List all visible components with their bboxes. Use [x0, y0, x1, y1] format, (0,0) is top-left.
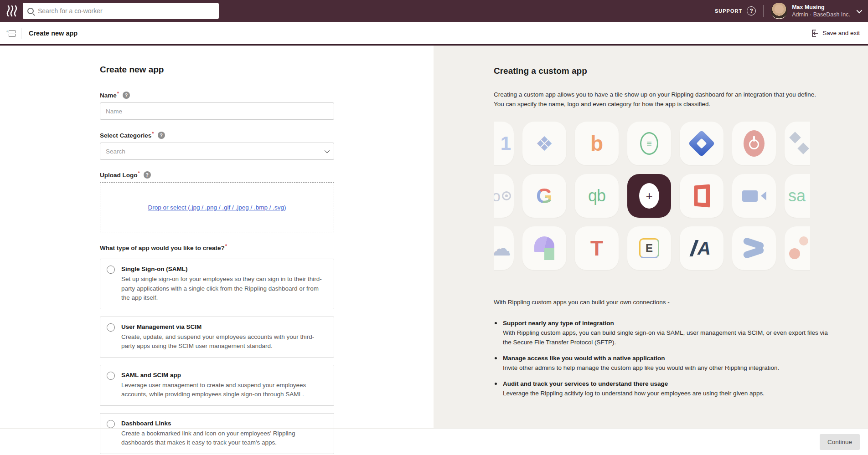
bullet-title: Manage access like you would with a nati… — [503, 353, 779, 363]
help-icon[interactable]: ? — [747, 6, 756, 15]
chevron-down-icon[interactable] — [857, 7, 863, 13]
support-link[interactable]: SUPPORT — [715, 8, 742, 14]
radio-button[interactable] — [107, 420, 115, 428]
ro-letters-app-tile: ro — [494, 174, 514, 218]
chevron-down-icon — [325, 148, 330, 153]
app-tiles-grid: 1 ❖ b ≡ ro G qb + sa ☁ T E — [494, 122, 810, 279]
e-frame-app-tile: E — [627, 226, 671, 270]
user-info[interactable]: Max Musing Admin · BaseDash Inc. — [792, 4, 850, 18]
page-toolbar: + Create new app Save and exit — [0, 22, 868, 46]
option-dashboard-links[interactable]: Dashboard Links Create a bookmarked link… — [100, 413, 334, 454]
bullet-icon — [495, 322, 497, 324]
confluence-app-tile — [732, 226, 776, 270]
toolbar-divider — [21, 28, 21, 39]
pink-dots-app-tile — [785, 226, 810, 270]
option-title: User Management via SCIM — [121, 322, 326, 331]
slash-a-app-tile: A — [680, 226, 723, 270]
gray-diamonds-app-tile — [785, 122, 810, 165]
option-description: Leverage user management to create and s… — [121, 381, 326, 399]
user-role: Admin · BaseDash Inc. — [792, 11, 850, 18]
categories-placeholder: Search — [106, 148, 125, 155]
quickbooks-app-tile: qb — [575, 174, 619, 218]
bullet-icon — [495, 383, 497, 385]
list-item: Support nearly any type of integration W… — [494, 318, 833, 347]
t-letter-app-tile: T — [575, 226, 619, 270]
continue-button[interactable]: Continue — [820, 434, 860, 450]
info-heading: Creating a custom app — [494, 66, 868, 76]
user-name: Max Musing — [792, 4, 850, 11]
required-asterisk: * — [117, 91, 119, 96]
search-input[interactable] — [38, 7, 214, 15]
name-help-icon[interactable]: ? — [123, 92, 130, 99]
required-asterisk: * — [225, 243, 227, 249]
app-list-icon[interactable]: + — [6, 30, 16, 37]
required-asterisk: * — [152, 131, 154, 136]
power-button-app-tile — [732, 122, 776, 165]
radio-button[interactable] — [107, 372, 115, 380]
option-title: Dashboard Links — [121, 419, 326, 428]
header-divider — [763, 5, 764, 17]
page-title: Create new app — [29, 30, 78, 37]
option-single-sign-on-saml[interactable]: Single Sign-on (SAML) Set up single sign… — [100, 259, 334, 309]
bullet-title: Support nearly any type of integration — [503, 318, 833, 328]
video-camera-app-tile — [732, 174, 776, 218]
name-label: Name* ? — [100, 92, 334, 99]
coworker-search[interactable] — [23, 3, 219, 19]
app-type-question: What type of app would you like to creat… — [100, 245, 334, 251]
name-input[interactable] — [100, 102, 334, 120]
option-description: Create a bookmarked link and icon on you… — [121, 429, 326, 448]
exit-icon — [811, 29, 819, 37]
jira-diamond-app-tile — [680, 122, 723, 165]
info-intro: Creating a custom app allows you to have… — [494, 90, 817, 109]
option-title: Single Sign-on (SAML) — [121, 265, 326, 273]
save-and-exit-button[interactable]: Save and exit — [811, 29, 860, 37]
form-heading: Create new app — [100, 65, 334, 75]
option-user-management-scim[interactable]: User Management via SCIM Create, update,… — [100, 317, 334, 358]
benefits-list: Support nearly any type of integration W… — [494, 318, 833, 398]
custom-app-plus-tile: + — [627, 174, 671, 218]
sa-letters-app-tile: sa — [785, 174, 810, 218]
save-and-exit-label: Save and exit — [822, 30, 860, 36]
radio-button[interactable] — [107, 266, 115, 274]
create-app-form-panel: Create new app Name* ? Select Categories… — [0, 46, 434, 428]
custom-app-info-panel: Creating a custom app Creating a custom … — [434, 46, 868, 428]
diamond-cluster-app-tile: ❖ — [522, 122, 566, 165]
bullet-description: Invite other admins to help manage the c… — [503, 363, 779, 373]
option-description: Set up single sign-on for your employees… — [121, 275, 326, 303]
categories-label: Select Categories* ? — [100, 132, 334, 139]
rippling-logo[interactable] — [6, 5, 18, 17]
b-letter-app-tile: b — [575, 122, 619, 165]
connections-intro: With Rippling custom apps you can build … — [494, 299, 868, 306]
numeral-one-app-tile: 1 — [494, 122, 514, 165]
office-app-tile — [680, 174, 723, 218]
categories-help-icon[interactable]: ? — [158, 132, 165, 139]
search-icon — [27, 8, 34, 14]
bullet-icon — [495, 357, 497, 359]
list-item: Manage access like you would with a nati… — [494, 353, 833, 373]
lines-oval-app-tile: ≡ — [627, 122, 671, 165]
drop-or-select-link[interactable]: Drop or select (.jpg / .png / .gif / .jp… — [148, 204, 286, 211]
bullet-description: Leverage the Rippling acitivty log to un… — [503, 389, 765, 398]
petal-app-tile — [522, 226, 566, 270]
upload-logo-label: Upload Logo* ? — [100, 171, 334, 179]
top-header: SUPPORT ? Max Musing Admin · BaseDash In… — [0, 0, 868, 22]
cloud-app-tile: ☁ — [494, 226, 514, 270]
option-title: SAML and SCIM app — [121, 371, 326, 379]
bullet-description: With Rippling custom apps, you can build… — [503, 328, 833, 347]
bullet-title: Audit and track your services to underst… — [503, 379, 765, 389]
user-avatar[interactable] — [771, 3, 787, 19]
categories-select[interactable]: Search — [100, 143, 334, 160]
google-g-app-tile: G — [522, 174, 566, 218]
required-asterisk: * — [138, 170, 140, 176]
logo-dropzone[interactable]: Drop or select (.jpg / .png / .gif / .jp… — [100, 182, 334, 232]
list-item: Audit and track your services to underst… — [494, 379, 833, 398]
radio-button[interactable] — [107, 323, 115, 332]
upload-help-icon[interactable]: ? — [144, 171, 151, 179]
option-saml-and-scim[interactable]: SAML and SCIM app Leverage user manageme… — [100, 365, 334, 406]
option-description: Create, update, and suspend your employe… — [121, 332, 326, 351]
